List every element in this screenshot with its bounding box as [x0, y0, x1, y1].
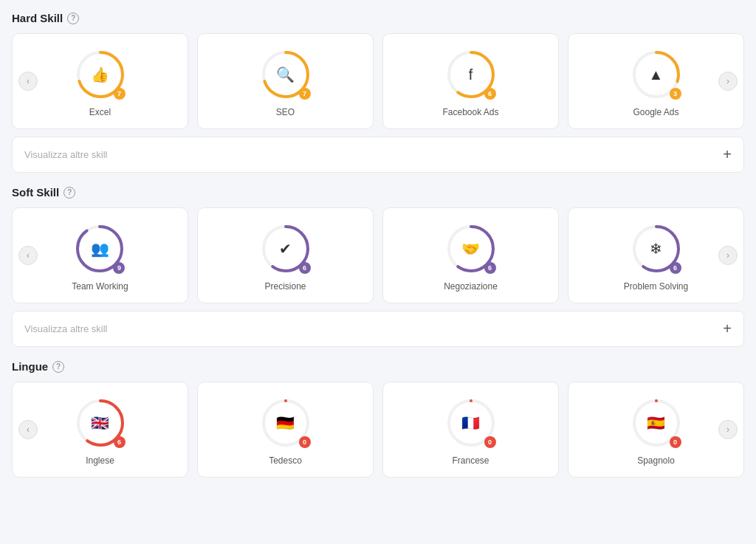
skill-icon: 🇩🇪 — [276, 416, 295, 430]
skill-circle: ✔ 6 — [259, 222, 312, 275]
soft-skill-title: Soft Skill ? — [12, 186, 744, 199]
skill-label: Precisione — [264, 281, 306, 292]
nav-left-arrow[interactable]: ‹ — [18, 420, 38, 439]
skill-card: ✔ 6 Precisione — [197, 207, 374, 303]
soft-skill-grid: ‹ 👥 9 Team Working ✔ 6 Precisione 🤝 6 Ne… — [12, 207, 744, 303]
skill-card: 🤝 6 Negoziazione — [382, 207, 559, 303]
skill-card-inner: ✔ 6 Precisione — [259, 222, 312, 292]
skill-label: SEO — [276, 107, 295, 117]
skill-card-inner: 🇩🇪 0 Tedesco — [259, 396, 312, 466]
hard-skill-section: Hard Skill ? ‹ 👍 7 Excel 🔍 7 SEO f 6 Fac… — [12, 12, 744, 173]
soft-skill-expand-label: Visualizza altre skill — [24, 323, 107, 334]
skill-icon: 🔍 — [276, 67, 295, 82]
nav-left-arrow[interactable]: ‹ — [18, 72, 38, 91]
skill-card-inner: 🇫🇷 0 Francese — [444, 396, 498, 466]
nav-right-arrow[interactable]: › — [718, 420, 738, 439]
skill-card: › ❄ 6 Problem Solving — [568, 207, 744, 303]
skill-circle: 👍 7 — [74, 48, 127, 101]
skill-label: Team Working — [72, 281, 128, 292]
skill-emoji: 🔍 — [276, 67, 295, 82]
skill-label: Tedesco — [269, 455, 302, 466]
skill-icon: 🤝 — [461, 241, 480, 256]
nav-left-arrow[interactable]: ‹ — [18, 246, 38, 265]
skill-badge: 0 — [299, 436, 311, 448]
skill-emoji: f — [469, 67, 473, 82]
lingue-label: Lingue — [12, 360, 48, 373]
soft-skill-section: Soft Skill ? ‹ 👥 9 Team Working ✔ 6 Prec… — [12, 186, 744, 347]
skill-circle: 🇫🇷 0 — [444, 396, 498, 450]
skill-emoji: ▲ — [649, 67, 664, 82]
skill-badge: 6 — [114, 436, 126, 448]
skill-circle: ▲ 3 — [630, 48, 683, 101]
skill-badge: 3 — [670, 88, 681, 100]
skill-emoji: 👍 — [91, 67, 109, 82]
skill-card: ‹ 👥 9 Team Working — [12, 207, 188, 303]
skill-circle: f 6 — [444, 48, 498, 101]
lingue-help-icon[interactable]: ? — [52, 361, 64, 373]
skill-badge: 0 — [484, 436, 496, 448]
skill-card-inner: f 6 Facebook Ads — [442, 48, 498, 117]
skill-emoji: ❄ — [650, 241, 662, 256]
skill-icon: ❄ — [650, 241, 662, 256]
skill-label: Excel — [89, 107, 111, 117]
skill-circle: 🤝 6 — [444, 222, 498, 275]
skill-card: f 6 Facebook Ads — [382, 33, 559, 129]
skill-icon: 🇪🇸 — [647, 416, 665, 430]
soft-skill-expand-plus: + — [723, 320, 732, 337]
hard-skill-help-icon[interactable]: ? — [67, 13, 79, 24]
skill-card-inner: 🇬🇧 6 Inglese — [74, 396, 127, 466]
skill-badge: 6 — [299, 262, 311, 274]
skill-card-inner: 👍 7 Excel — [74, 48, 127, 117]
skill-circle: 🇩🇪 0 — [259, 396, 312, 450]
skill-label: Spagnolo — [637, 455, 675, 466]
soft-skill-expand-bar[interactable]: Visualizza altre skill + — [12, 311, 744, 347]
skill-label: Inglese — [86, 455, 114, 466]
skill-icon: 🇬🇧 — [91, 416, 109, 430]
skill-circle: 🇪🇸 0 — [630, 396, 683, 450]
skill-badge: 6 — [484, 262, 496, 274]
hard-skill-label: Hard Skill — [12, 12, 63, 24]
skill-card-inner: 🔍 7 SEO — [259, 48, 312, 117]
nav-right-arrow[interactable]: › — [718, 246, 738, 265]
skill-card-inner: 🤝 6 Negoziazione — [444, 222, 498, 292]
skill-emoji: 🇬🇧 — [91, 416, 109, 430]
hard-skill-expand-bar[interactable]: Visualizza altre skill + — [12, 137, 744, 173]
soft-skill-label: Soft Skill — [12, 186, 59, 199]
skill-card: 🔍 7 SEO — [197, 33, 374, 129]
skill-circle: ❄ 6 — [630, 222, 683, 275]
skill-emoji: 👥 — [91, 241, 109, 256]
skill-circle: 👥 9 — [73, 222, 126, 275]
skill-label: Negoziazione — [444, 281, 498, 292]
hard-skill-grid: ‹ 👍 7 Excel 🔍 7 SEO f 6 Facebook Ads› — [12, 33, 744, 129]
skill-badge: 6 — [484, 88, 496, 100]
skill-icon: f — [469, 67, 473, 82]
soft-skill-help-icon[interactable]: ? — [63, 187, 75, 199]
skill-card-inner: ❄ 6 Problem Solving — [624, 222, 688, 292]
nav-right-arrow[interactable]: › — [718, 72, 738, 91]
lingue-grid: ‹ 🇬🇧 6 Inglese 🇩🇪 0 Tedesco 🇫🇷 0 Frances… — [12, 382, 744, 478]
skill-badge: 7 — [114, 88, 126, 100]
skill-circle: 🇬🇧 6 — [74, 396, 127, 450]
hard-skill-title: Hard Skill ? — [12, 12, 744, 24]
skill-label: Facebook Ads — [442, 107, 498, 117]
skill-emoji: 🤝 — [461, 241, 480, 256]
skill-icon: ▲ — [649, 67, 664, 82]
skill-label: Francese — [452, 455, 489, 466]
skill-emoji: 🇩🇪 — [276, 416, 295, 430]
skill-icon: 👍 — [91, 67, 109, 82]
skill-card-inner: 👥 9 Team Working — [72, 222, 128, 292]
skill-badge: 7 — [299, 88, 311, 100]
skill-label: Google Ads — [633, 107, 678, 117]
skill-card: 🇩🇪 0 Tedesco — [197, 382, 374, 478]
skill-card-inner: 🇪🇸 0 Spagnolo — [630, 396, 683, 466]
page-container: Hard Skill ? ‹ 👍 7 Excel 🔍 7 SEO f 6 Fac… — [12, 12, 744, 478]
skill-card: › ▲ 3 Google Ads — [568, 33, 744, 129]
lingue-title: Lingue ? — [12, 360, 744, 373]
skill-circle: 🔍 7 — [259, 48, 312, 101]
hard-skill-expand-label: Visualizza altre skill — [24, 149, 107, 160]
skill-emoji: 🇫🇷 — [461, 416, 480, 430]
hard-skill-expand-plus: + — [723, 146, 732, 163]
skill-icon: 🇫🇷 — [461, 416, 480, 430]
skill-card: 🇫🇷 0 Francese — [382, 382, 559, 478]
skill-icon: ✔ — [279, 241, 292, 256]
